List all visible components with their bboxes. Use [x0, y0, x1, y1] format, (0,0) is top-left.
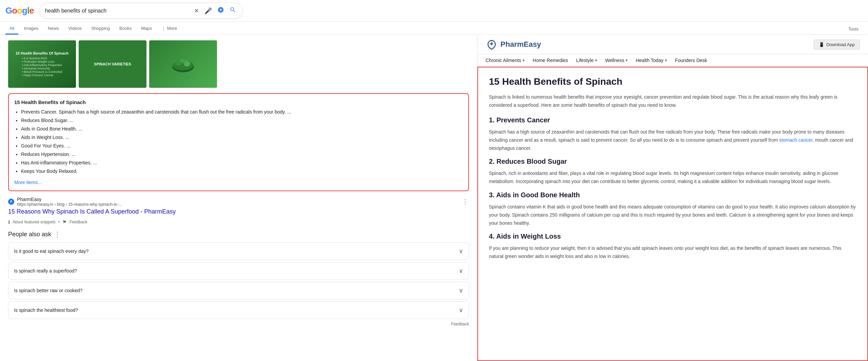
- featured-snippet: 15 Health Benefits of Spinach Prevents C…: [8, 93, 469, 191]
- paa-item-4[interactable]: Is spinach the healthiest food? ∨: [8, 301, 469, 319]
- snippet-feedback-link[interactable]: Feedback: [70, 220, 87, 224]
- chronic-ailments-chevron-icon: ▾: [522, 58, 525, 63]
- article-title: 15 Health Benefits of Spinach: [489, 76, 856, 88]
- tab-images[interactable]: Images: [20, 23, 42, 35]
- section-text-2: Spinach, rich in antioxidants and fiber,…: [489, 169, 856, 186]
- source-meta: P PharmEasy https://pharmeasy.in › blog …: [8, 197, 469, 207]
- article-intro: Spinach is linked to numerous health ben…: [489, 93, 856, 109]
- source-favicon: P: [8, 199, 14, 205]
- voice-search-icon[interactable]: 🎤: [204, 6, 213, 15]
- source-name: PharmEasy: [17, 197, 122, 202]
- nav-founders-desk[interactable]: Founders Desk: [675, 58, 707, 63]
- search-submit-icon[interactable]: [229, 6, 237, 16]
- nav-home-remedies-label: Home Remedies: [533, 58, 568, 63]
- people-also-ask-section: People also ask ⋮ Is it good to eat spin…: [8, 230, 469, 326]
- list-item: Keeps Your Body Relaxed.: [21, 168, 463, 175]
- smartphone-icon: 📱: [819, 42, 824, 47]
- section-text-3: Spinach contains vitamin K that aids in …: [489, 203, 856, 227]
- result-options-icon[interactable]: ⋮: [461, 197, 469, 206]
- tab-maps[interactable]: Maps: [137, 23, 156, 35]
- tab-shopping[interactable]: Shopping: [87, 23, 114, 35]
- nav-health-today[interactable]: Health Today ▾: [636, 58, 667, 63]
- spinach-bowl-image: [149, 40, 217, 88]
- nav-lifestyle-label: Lifestyle: [576, 58, 593, 63]
- nav-chronic-ailments[interactable]: Chronic Ailments ▾: [486, 58, 525, 63]
- spinach-visual-list: • It is Nutrient-Rich • Promotes Weight …: [22, 57, 62, 77]
- list-item: Prevents Cancer. Spinach has a high sour…: [21, 108, 463, 116]
- health-today-chevron-icon: ▾: [665, 58, 667, 63]
- nav-lifestyle[interactable]: Lifestyle ▾: [576, 58, 597, 63]
- tools-tab[interactable]: Tools: [844, 24, 863, 34]
- result-link[interactable]: 15 Reasons Why Spinach Is Called A Super…: [8, 208, 176, 215]
- pharmeasy-logo: PharmEasy: [486, 38, 541, 51]
- pharmeasy-nav: Chronic Ailments ▾ Home Remedies Lifesty…: [477, 54, 868, 67]
- search-icon-group: ✕ 🎤: [193, 6, 237, 16]
- paa-question-2: Is spinach really a superfood?: [14, 268, 77, 274]
- spinach-visual-title: 10 Health Benefits Of Spinach: [16, 51, 68, 55]
- list-item: Reduces Hypertension. ...: [21, 151, 463, 158]
- paa-chevron-2: ∨: [459, 267, 463, 275]
- lifestyle-chevron-icon: ▾: [595, 58, 597, 63]
- spinach-bowl-svg: [170, 51, 197, 78]
- paa-options-icon[interactable]: ⋮: [54, 230, 61, 238]
- tab-videos[interactable]: Videos: [64, 23, 86, 35]
- snippet-list: Prevents Cancer. Spinach has a high sour…: [14, 108, 463, 175]
- nav-wellness[interactable]: Wellness ▾: [605, 58, 628, 63]
- tab-all[interactable]: All: [5, 23, 18, 35]
- spinach-visual-1: 10 Health Benefits Of Spinach • It is Nu…: [8, 40, 76, 88]
- pharmeasy-header: PharmEasy 📱 Download App: [477, 35, 868, 54]
- nav-health-today-label: Health Today: [636, 58, 663, 63]
- main-content: 10 Health Benefits Of Spinach • It is Nu…: [0, 35, 868, 361]
- source-url: https://pharmeasy.in › blog › 15-reasons…: [17, 202, 122, 207]
- snippet-footer: ℹ About featured snippets • ⚑ Feedback: [8, 219, 469, 225]
- download-btn-label: Download App: [826, 42, 855, 47]
- section-title-2: 2. Reduces Blood Sugar: [489, 158, 856, 165]
- image-search-icon[interactable]: [217, 6, 225, 16]
- more-items-link[interactable]: More items...: [14, 180, 42, 185]
- nav-chronic-ailments-label: Chronic Ailments: [486, 58, 521, 63]
- nav-founders-desk-label: Founders Desk: [675, 58, 707, 63]
- feedback-icon: ⚑: [62, 219, 67, 225]
- section-text-1: Spinach has a high source of zeaxanthin …: [489, 128, 856, 152]
- list-item: Aids in Weight Loss. ...: [21, 134, 463, 141]
- clear-icon[interactable]: ✕: [193, 6, 200, 15]
- tab-more[interactable]: ⋮ More: [157, 23, 181, 35]
- paa-item-2[interactable]: Is spinach really a superfood? ∨: [8, 262, 469, 280]
- paa-chevron-1: ∨: [459, 247, 463, 255]
- list-item: Good For Your Eyes. ...: [21, 142, 463, 149]
- paa-question-1: Is it good to eat spinach every day?: [14, 248, 88, 254]
- section-title-4: 4. Aids in Weight Loss: [489, 233, 856, 240]
- spinach-varieties-image: SPINACH VARIETIES: [79, 40, 146, 88]
- list-item: Has Anti-inflammatory Properties. ...: [21, 159, 463, 166]
- paa-feedback[interactable]: Feedback: [8, 322, 469, 326]
- spinach-infographic-image: 10 Health Benefits Of Spinach • It is Nu…: [8, 40, 76, 88]
- paa-title: People also ask ⋮: [8, 230, 469, 238]
- paa-item-3[interactable]: Is spinach better raw or cooked? ∨: [8, 282, 469, 299]
- paa-question-3: Is spinach better raw or cooked?: [14, 288, 82, 293]
- stomach-cancer-link[interactable]: stomach cancer: [779, 137, 812, 143]
- list-item: Reduces Blood Sugar. ...: [21, 117, 463, 124]
- nav-wellness-label: Wellness: [605, 58, 625, 63]
- download-app-button[interactable]: 📱 Download App: [814, 40, 860, 49]
- pharmeasy-logo-icon: [486, 38, 498, 51]
- nav-home-remedies[interactable]: Home Remedies: [533, 58, 568, 63]
- wellness-chevron-icon: ▾: [626, 58, 628, 63]
- snippet-title: 15 Health Benefits of Spinach: [14, 99, 463, 105]
- right-panel: PharmEasy 📱 Download App Chronic Ailment…: [477, 35, 868, 361]
- section-title-1: 1. Prevents Cancer: [489, 116, 856, 124]
- images-row: 10 Health Benefits Of Spinach • It is Nu…: [8, 40, 469, 88]
- footer-separator: •: [58, 220, 60, 224]
- paa-item-1[interactable]: Is it good to eat spinach every day? ∨: [8, 242, 469, 260]
- about-snippets-link[interactable]: About featured snippets: [13, 220, 56, 224]
- paa-chevron-4: ∨: [459, 306, 463, 314]
- search-input[interactable]: health benefits of spinach: [45, 8, 189, 14]
- google-nav-tabs: All Images News Videos Shopping Books Ma…: [0, 22, 868, 35]
- search-box[interactable]: health benefits of spinach ✕ 🎤: [39, 3, 243, 19]
- about-snippets-icon: ℹ: [8, 219, 10, 225]
- left-panel: 10 Health Benefits Of Spinach • It is Nu…: [0, 35, 477, 361]
- tab-news[interactable]: News: [44, 23, 63, 35]
- tab-books[interactable]: Books: [115, 23, 136, 35]
- article-content: 15 Health Benefits of Spinach Spinach is…: [477, 67, 868, 361]
- paa-chevron-3: ∨: [459, 287, 463, 294]
- spinach-varieties-label: SPINACH VARIETIES: [91, 59, 134, 69]
